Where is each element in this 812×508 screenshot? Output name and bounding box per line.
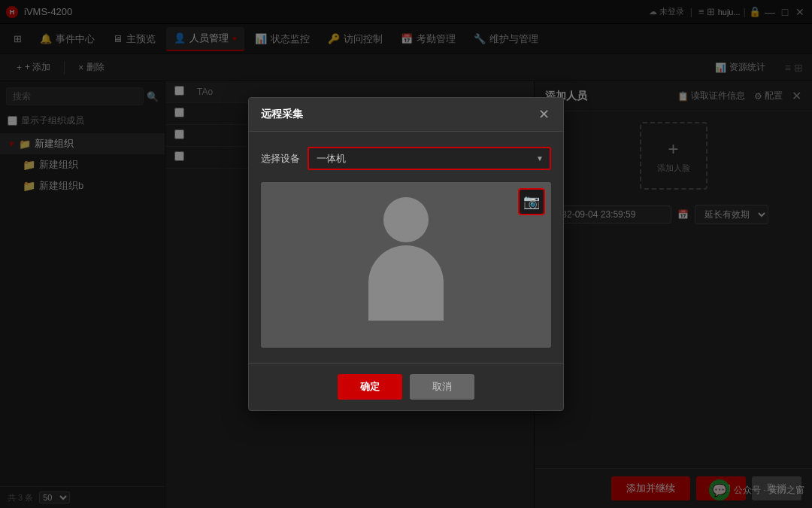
remote-capture-modal: 远程采集 ✕ 选择设备 一体机 ▼ [248,97,564,411]
chevron-down-icon: ▼ [532,154,548,163]
modal-header: 远程采集 ✕ [249,98,563,132]
camera-capture-button[interactable]: 📷 [518,188,545,215]
silhouette-head [383,197,429,242]
device-label: 选择设备 [261,152,300,166]
modal-cancel-button[interactable]: 取消 [410,374,474,400]
silhouette-body [368,245,444,321]
camera-icon: 📷 [523,193,540,210]
device-select[interactable]: 一体机 [311,148,532,169]
person-silhouette [361,197,451,333]
modal-footer: 确定 取消 [249,363,563,410]
camera-preview: 📷 [261,182,551,348]
device-select-row: 选择设备 一体机 ▼ [261,147,551,170]
device-select-wrapper: 一体机 ▼ [308,147,551,170]
modal-title: 远程采集 [261,108,303,121]
modal-close-button[interactable]: ✕ [536,107,551,122]
modal-body: 选择设备 一体机 ▼ 📷 [249,132,563,363]
modal-confirm-button[interactable]: 确定 [338,374,402,400]
modal-overlay: 远程采集 ✕ 选择设备 一体机 ▼ [0,0,812,508]
